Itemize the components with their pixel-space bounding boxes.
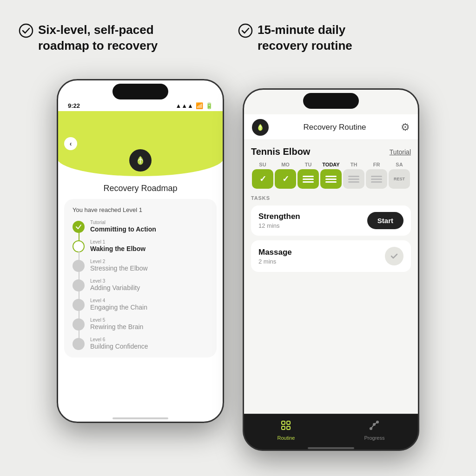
nav-bar-2: Recovery Routine ⚙ bbox=[243, 114, 419, 140]
task-duration-massage: 2 mins bbox=[258, 258, 292, 265]
item-title-4: Engaging the Chain bbox=[90, 304, 147, 311]
day-lines-today bbox=[325, 176, 337, 183]
roadmap-card: You have reached Level 1 Tutorial Commit… bbox=[64, 199, 217, 357]
item-content-3: Level 3 Adding Variability bbox=[90, 278, 140, 291]
day-line-fr-1 bbox=[371, 176, 382, 177]
day-badge-su[interactable]: ✓ bbox=[252, 169, 273, 189]
day-line-th-1 bbox=[348, 176, 359, 177]
days-row: SU ✓ MO ✓ bbox=[251, 162, 411, 189]
phones-row: 9:22 ▲▲▲ 📶 🔋 ‹ bbox=[0, 79, 476, 451]
phone-1: 9:22 ▲▲▲ 📶 🔋 ‹ bbox=[57, 79, 224, 423]
day-line-today-1 bbox=[325, 176, 337, 177]
tutorial-link[interactable]: Tutorial bbox=[390, 148, 411, 156]
progress-tab-label: Progress bbox=[364, 435, 384, 441]
screen-2: Recovery Routine ⚙ Tennis Elbow Tutorial bbox=[243, 88, 419, 451]
task-info-massage: Massage 2 mins bbox=[258, 248, 292, 265]
roadmap-item-0: Tutorial Committing to Action bbox=[73, 220, 208, 233]
roadmap-item-3: Level 3 Adding Variability bbox=[73, 278, 208, 291]
item-title-1: Waking the Elbow bbox=[90, 245, 145, 252]
time-1: 9:22 bbox=[68, 102, 80, 109]
day-line-th-2 bbox=[348, 178, 359, 180]
wifi-icon: 📶 bbox=[196, 102, 203, 109]
tab-routine[interactable]: Routine bbox=[278, 420, 295, 441]
day-sa: SA REST bbox=[389, 162, 410, 189]
svg-rect-5 bbox=[287, 426, 290, 430]
tab-progress[interactable]: Progress bbox=[364, 420, 384, 441]
screen-1: 9:22 ▲▲▲ 📶 🔋 ‹ bbox=[57, 79, 224, 423]
day-badge-tu[interactable] bbox=[298, 169, 319, 189]
dot-4 bbox=[73, 299, 85, 311]
item-title-2: Stressing the Elbow bbox=[90, 264, 148, 272]
item-content-1: Level 1 Waking the Elbow bbox=[90, 239, 145, 252]
day-label-sa: SA bbox=[396, 162, 403, 167]
dot-2 bbox=[73, 260, 85, 272]
item-label-0: Tutorial bbox=[90, 220, 156, 225]
day-badge-mo[interactable]: ✓ bbox=[275, 169, 296, 189]
day-fr: FR bbox=[366, 162, 387, 189]
day-th: TH bbox=[343, 162, 364, 189]
day-label-th: TH bbox=[350, 162, 357, 167]
nav-logo-2 bbox=[252, 119, 269, 136]
app-logo-1 bbox=[129, 149, 152, 172]
item-content-4: Level 4 Engaging the Chain bbox=[90, 298, 147, 311]
back-button[interactable]: ‹ bbox=[64, 137, 77, 150]
feature-item-1: Six-level, self-paced roadmap to recover… bbox=[19, 22, 238, 54]
day-check-mo: ✓ bbox=[282, 174, 289, 184]
check-icon-1 bbox=[19, 23, 33, 41]
day-line-th-3 bbox=[348, 181, 359, 183]
roadmap-item-2: Level 2 Stressing the Elbow bbox=[73, 259, 208, 272]
svg-rect-3 bbox=[287, 421, 290, 424]
dot-6 bbox=[73, 338, 85, 350]
day-tu: TU bbox=[298, 162, 319, 189]
day-line-today-3 bbox=[325, 181, 337, 183]
day-line-tu-1 bbox=[303, 176, 314, 177]
start-button[interactable]: Start bbox=[367, 212, 403, 229]
day-label-tu: TU bbox=[305, 162, 312, 167]
day-badge-th[interactable] bbox=[343, 169, 364, 189]
task-info-strengthen: Strengthen 12 mins bbox=[258, 212, 300, 229]
done-button[interactable] bbox=[385, 247, 403, 265]
task-card-strengthen: Strengthen 12 mins Start bbox=[251, 205, 411, 236]
day-line-fr-2 bbox=[371, 178, 382, 180]
item-label-3: Level 3 bbox=[90, 278, 140, 284]
item-label-2: Level 2 bbox=[90, 259, 148, 264]
day-label-fr: FR bbox=[373, 162, 380, 167]
routine-tab-icon bbox=[280, 420, 291, 434]
dynamic-island-1 bbox=[112, 84, 168, 99]
task-duration-strengthen: 12 mins bbox=[258, 222, 300, 229]
svg-rect-2 bbox=[282, 421, 285, 424]
day-badge-today[interactable] bbox=[320, 169, 342, 189]
gear-icon[interactable]: ⚙ bbox=[401, 121, 410, 133]
day-lines-th bbox=[348, 176, 359, 183]
home-indicator-2 bbox=[308, 447, 354, 449]
condition-row: Tennis Elbow Tutorial bbox=[251, 146, 411, 157]
screen-title-1: Recovery Roadmap bbox=[57, 176, 224, 199]
day-label-today: TODAY bbox=[322, 162, 339, 167]
feature-item-2: 15-minute daily recovery routine bbox=[238, 22, 457, 54]
feature-text-2: 15-minute daily recovery routine bbox=[258, 22, 352, 54]
dot-1 bbox=[73, 240, 85, 252]
routine-tab-label: Routine bbox=[278, 435, 295, 441]
roadmap-item-1: Level 1 Waking the Elbow bbox=[73, 239, 208, 252]
condition-name: Tennis Elbow bbox=[251, 146, 310, 157]
item-title-0: Committing to Action bbox=[90, 225, 156, 233]
day-badge-sa[interactable]: REST bbox=[389, 169, 410, 189]
day-check-su: ✓ bbox=[259, 174, 266, 184]
roadmap-item-6: Level 6 Building Confidence bbox=[73, 337, 208, 350]
day-label-su: SU bbox=[259, 162, 266, 167]
item-title-6: Building Confidence bbox=[90, 343, 148, 350]
day-lines-fr bbox=[371, 176, 382, 183]
day-today: TODAY bbox=[320, 162, 342, 189]
day-su: SU ✓ bbox=[252, 162, 273, 189]
day-line-today-2 bbox=[325, 178, 337, 180]
day-line-tu-3 bbox=[303, 181, 314, 183]
svg-point-1 bbox=[239, 24, 252, 37]
status-icons-1: ▲▲▲ 📶 🔋 bbox=[175, 102, 213, 109]
dot-3 bbox=[73, 279, 85, 291]
day-line-tu-2 bbox=[303, 178, 314, 180]
day-label-mo: MO bbox=[281, 162, 290, 167]
content-area-2: Tennis Elbow Tutorial SU ✓ bbox=[243, 140, 419, 283]
item-content-2: Level 2 Stressing the Elbow bbox=[90, 259, 148, 272]
day-badge-fr[interactable] bbox=[366, 169, 387, 189]
features-row: Six-level, self-paced roadmap to recover… bbox=[0, 22, 476, 54]
